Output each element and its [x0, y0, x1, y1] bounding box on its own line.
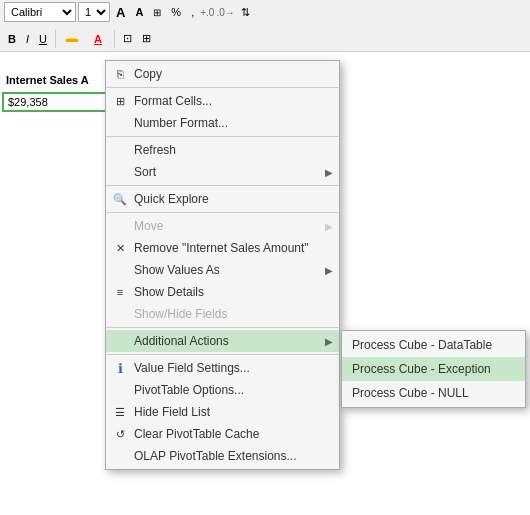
menu-item-sort[interactable]: Sort ▶: [106, 161, 339, 183]
value-field-settings-icon: ℹ: [112, 360, 128, 376]
copy-label: Copy: [134, 67, 162, 81]
show-values-label: Show Values As: [134, 263, 220, 277]
internet-sales-header: Internet Sales A: [2, 72, 107, 88]
olap-extensions-label: OLAP PivotTable Extensions...: [134, 449, 297, 463]
underline-button[interactable]: U: [35, 29, 51, 49]
decrease-font-button[interactable]: A: [131, 2, 147, 22]
italic-button[interactable]: I: [22, 29, 33, 49]
menu-item-additional-actions[interactable]: Additional Actions ▶ Process Cube - Data…: [106, 330, 339, 352]
hide-field-list-icon: ☰: [112, 404, 128, 420]
number-format-label: Number Format...: [134, 116, 228, 130]
format-cells-label: Format Cells...: [134, 94, 212, 108]
increase-font-button[interactable]: A: [112, 2, 129, 22]
menu-item-olap-extensions[interactable]: OLAP PivotTable Extensions...: [106, 445, 339, 467]
show-details-icon: ≡: [112, 284, 128, 300]
copy-format-button[interactable]: ⊞: [149, 2, 165, 22]
quick-explore-icon: 🔍: [112, 191, 128, 207]
clear-cache-icon: ↺: [112, 426, 128, 442]
decimal-decrease: .0→: [216, 7, 234, 18]
menu-separator-4: [106, 212, 339, 213]
additional-actions-label: Additional Actions: [134, 334, 229, 348]
sort-arrow-icon: ▶: [325, 167, 333, 178]
show-values-arrow-icon: ▶: [325, 265, 333, 276]
font-name-select[interactable]: Calibri: [4, 2, 76, 22]
move-arrow-icon: ▶: [325, 221, 333, 232]
font-size-select[interactable]: 11: [78, 2, 110, 22]
comma-button[interactable]: ,: [187, 2, 198, 22]
exception-label: Process Cube - Exception: [352, 362, 491, 376]
menu-item-hide-field-list[interactable]: ☰ Hide Field List: [106, 401, 339, 423]
menu-item-clear-cache[interactable]: ↺ Clear PivotTable Cache: [106, 423, 339, 445]
menu-item-show-values[interactable]: Show Values As ▶: [106, 259, 339, 281]
menu-item-quick-explore[interactable]: 🔍 Quick Explore: [106, 188, 339, 210]
toolbar-divider: [55, 30, 56, 48]
remove-icon: ✕: [112, 240, 128, 256]
value-field-settings-label: Value Field Settings...: [134, 361, 250, 375]
remove-label: Remove "Internet Sales Amount": [134, 241, 309, 255]
menu-separator-6: [106, 354, 339, 355]
clear-cache-label: Clear PivotTable Cache: [134, 427, 259, 441]
show-hide-fields-label: Show/Hide Fields: [134, 307, 227, 321]
move-label: Move: [134, 219, 163, 233]
header-label-text: Internet Sales A: [6, 74, 89, 86]
borders-button[interactable]: ⊡: [119, 29, 136, 49]
refresh-label: Refresh: [134, 143, 176, 157]
menu-separator-2: [106, 136, 339, 137]
bold-button[interactable]: B: [4, 29, 20, 49]
show-details-label: Show Details: [134, 285, 204, 299]
menu-item-show-hide-fields: Show/Hide Fields: [106, 303, 339, 325]
menu-item-value-field-settings[interactable]: ℹ Value Field Settings...: [106, 357, 339, 379]
submenu-item-null[interactable]: Process Cube - NULL: [342, 381, 525, 405]
copy-icon: ⎘: [112, 66, 128, 82]
merge-button[interactable]: ⊞: [138, 29, 155, 49]
decimal-increase: +.0: [200, 7, 214, 18]
additional-actions-submenu: Process Cube - DataTable Process Cube - …: [341, 330, 526, 408]
toolbar: Calibri 11 A A ⊞ % , +.0 .0→ ⇅ B I U A: [0, 0, 530, 52]
fill-color-button[interactable]: [60, 29, 84, 49]
submenu-item-exception[interactable]: Process Cube - Exception: [342, 357, 525, 381]
menu-item-refresh[interactable]: Refresh: [106, 139, 339, 161]
sort-button[interactable]: ⇅: [237, 2, 254, 22]
menu-item-pivottable-options[interactable]: PivotTable Options...: [106, 379, 339, 401]
menu-item-remove[interactable]: ✕ Remove "Internet Sales Amount": [106, 237, 339, 259]
spreadsheet-background: Calibri 11 A A ⊞ % , +.0 .0→ ⇅ B I U A: [0, 0, 530, 515]
fill-icon: [66, 38, 78, 42]
format-cells-icon: ⊞: [112, 93, 128, 109]
datatable-label: Process Cube - DataTable: [352, 338, 492, 352]
font-selector: Calibri 11 A A ⊞ % , +.0 .0→ ⇅: [4, 2, 254, 22]
menu-item-number-format[interactable]: Number Format...: [106, 112, 339, 134]
quick-explore-label: Quick Explore: [134, 192, 209, 206]
null-label: Process Cube - NULL: [352, 386, 469, 400]
selected-cell[interactable]: $29,358: [2, 92, 107, 112]
percent-button[interactable]: %: [167, 2, 185, 22]
font-color-icon: A: [94, 33, 102, 45]
toolbar-row2: B I U A ⊡ ⊞: [4, 27, 526, 49]
hide-field-list-label: Hide Field List: [134, 405, 210, 419]
menu-item-show-details[interactable]: ≡ Show Details: [106, 281, 339, 303]
additional-actions-arrow-icon: ▶: [325, 336, 333, 347]
menu-item-format-cells[interactable]: ⊞ Format Cells...: [106, 90, 339, 112]
menu-separator-5: [106, 327, 339, 328]
font-color-button[interactable]: A: [86, 29, 110, 49]
menu-item-copy[interactable]: ⎘ Copy: [106, 63, 339, 85]
cell-value1: $29,358: [8, 96, 48, 108]
menu-separator-3: [106, 185, 339, 186]
toolbar-divider2: [114, 30, 115, 48]
sort-label: Sort: [134, 165, 156, 179]
menu-item-move: Move ▶: [106, 215, 339, 237]
menu-separator-1: [106, 87, 339, 88]
submenu-item-datatable[interactable]: Process Cube - DataTable: [342, 333, 525, 357]
context-menu: ⎘ Copy ⊞ Format Cells... Number Format..…: [105, 60, 340, 470]
pivottable-options-label: PivotTable Options...: [134, 383, 244, 397]
